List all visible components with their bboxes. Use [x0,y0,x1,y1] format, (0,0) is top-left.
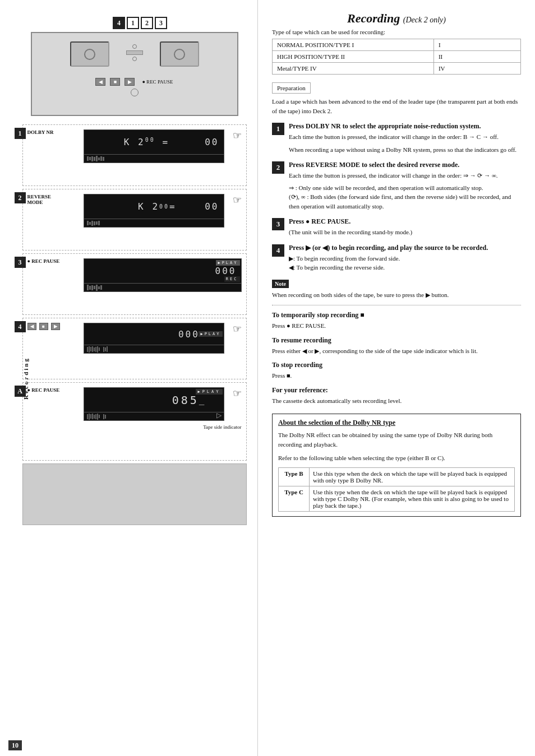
inst-body-4: ▶: To begin recording from the forward s… [289,254,521,272]
divider [272,305,521,305]
tape-type-2: HIGH POSITION/TYPE II [273,51,434,63]
subsection-body-3: The cassette deck automatically sets rec… [272,396,521,406]
step-2-diagram: 2 REVERSEMODE K 200 = 00 ☞ [22,189,247,251]
tape-row-2: HIGH POSITION/TYPE II II [273,51,521,63]
inst-body-3: (The unit will be in the recording stand… [289,228,521,237]
inst-body-1: Each time the button is pressed, the ind… [289,132,521,154]
badge-4: 4 [113,17,125,29]
inst-number-2: 2 [272,161,284,174]
section-a-display: 085 _ ▶PLAY [84,387,224,412]
dolby-body-1: The Dolby NR effect can be obtained by u… [278,430,515,449]
inst-heading-1: Press DOLBY NR to select the appropriate… [289,122,521,131]
note-content: When recording on both sides of the tape… [272,290,521,300]
left-diagram-panel: Recording 4 1 2 3 [0,0,258,756]
subsection-title-0: To temporarily stop recording ■ [272,311,521,319]
subsection-resume: To resume recording Press either ◀ or ▶,… [272,336,521,356]
step-3-display: 000 REC ▶PLAY [84,258,242,284]
step-4-badge: 4 [15,321,26,332]
inst-heading-4: Press ▶ (or ◀) to begin recording, and p… [289,244,521,252]
dolby-table: Type B Use this type when the deck on wh… [278,467,515,512]
badge-1: 1 [127,17,139,29]
step-4-diagram: 4 ◀ ■ ▶ 000- ▶PLAY [22,318,247,379]
subsection-stop: To stop recording Press ■. [272,361,521,381]
subsection-title-3: For your reference: [272,386,521,395]
tape-row-1: NORMAL POSITION/TYPE I I [273,39,521,51]
dolby-desc-c: Use this type when the deck on which the… [310,486,515,511]
instruction-1: 1 Press DOLBY NR to select the appropria… [272,122,521,154]
step-2-label: REVERSEMODE [27,194,78,205]
inst-content-1: Press DOLBY NR to select the appropriate… [289,122,521,154]
step-1-display: K 200 = 00 [84,129,224,155]
title-text: Recording [347,11,400,25]
tape-type-3: Metal/TYPE IV [273,63,434,75]
inst-number-1: 1 [272,123,284,135]
inst-heading-2: Press REVERSE MODE to select the desired… [289,161,521,169]
subsection-stop-temp: To temporarily stop recording ■ Press ● … [272,311,521,331]
tape-row-3: Metal/TYPE IV IV [273,63,521,75]
subsection-body-2: Press ■. [272,371,521,381]
inst-content-2: Press REVERSE MODE to select the desired… [289,161,521,211]
tape-symbol-2: II [433,51,520,63]
preparation-text: Load a tape which has been advanced to t… [272,97,521,115]
step-3-badge: 3 [15,257,26,268]
tape-indicator-label: Tape side indicator [27,424,242,430]
inst-number-4: 4 [272,244,284,257]
right-content-panel: Recording (Deck 2 only) Type of tape whi… [258,0,535,756]
tape-table-header: Type of tape which can be used for recor… [272,29,521,35]
subsection-title-1: To resume recording [272,336,521,345]
rec-pause-label: ● REC PAUSE [142,79,173,85]
bottom-decorative-area [22,463,247,525]
instruction-4: 4 Press ▶ (or ◀) to begin recording, and… [272,244,521,272]
inst-content-3: Press ● REC PAUSE. (The unit will be in … [289,217,521,237]
step-4-display: 000- ▶PLAY [84,323,224,345]
section-a-diagram: A ● REC PAUSE 085 _ ▶PLAY ▷ [22,382,247,461]
note-label: Note [272,280,289,288]
step-1-badge: 1 [15,128,26,139]
tape-type-1: NORMAL POSITION/TYPE I [273,39,434,51]
step-3-diagram: 3 ● REC PAUSE 000 REC ▶PLAY [22,253,247,315]
dolby-section: About the selection of the Dolby NR type… [272,414,521,517]
inst-heading-3: Press ● REC PAUSE. [289,217,521,226]
instruction-3: 3 Press ● REC PAUSE. (The unit will be i… [272,217,521,237]
page-title: Recording (Deck 2 only) [272,11,521,26]
step-2-display: K 200 = 00 [84,194,224,219]
note-section: Note When recording on both sides of the… [272,279,521,300]
badge-2: 2 [141,17,153,29]
step-3-label: ● REC PAUSE [27,258,78,264]
dolby-desc-b: Use this type when the deck on which the… [310,467,515,486]
dolby-body-2: Refer to the following table when select… [278,453,515,463]
display-2: 00 [205,201,219,212]
display-a: 085 [172,393,199,407]
tape-type-table: NORMAL POSITION/TYPE I I HIGH POSITION/T… [272,39,521,75]
dolby-type-b: Type B [279,467,310,486]
inst-content-4: Press ▶ (or ◀) to begin recording, and p… [289,244,521,272]
section-a-label: ● REC PAUSE [27,387,78,393]
subsection-body-0: Press ● REC PAUSE. [272,321,521,331]
step-1-label: DOLBY NR [27,129,78,135]
dolby-type-c: Type C [279,486,310,511]
badge-a: A [15,386,26,397]
instruction-2: 2 Press REVERSE MODE to select the desir… [272,161,521,211]
step-1-diagram: 1 DOLBY NR K 200 = 00 ☞ [22,124,247,186]
step-2-badge: 2 [15,192,26,203]
badge-3: 3 [155,17,167,29]
display-3: 000 [215,266,237,276]
display-1: 00 [205,137,219,147]
inst-number-3: 3 [272,218,284,230]
inst-body-2: Each time the button is pressed, the ind… [289,171,521,211]
page-number: 10 [8,740,22,750]
preparation-label: Preparation [272,82,311,94]
tape-symbol-3: IV [433,63,520,75]
dolby-row-c: Type C Use this type when the deck on wh… [279,486,515,511]
subsection-body-1: Press either ◀ or ▶, corresponding to th… [272,346,521,356]
dolby-row-b: Type B Use this type when the deck on wh… [279,467,515,486]
subsection-reference: For your reference: The cassette deck au… [272,386,521,406]
tape-symbol-1: I [433,39,520,51]
dolby-title: About the selection of the Dolby NR type [278,419,515,427]
subtitle-text: (Deck 2 only) [403,16,446,24]
subsection-title-2: To stop recording [272,361,521,369]
